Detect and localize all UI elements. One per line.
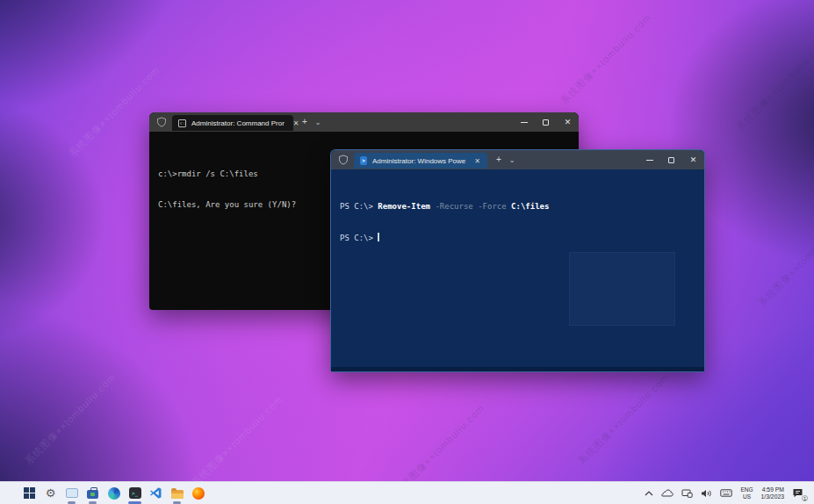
onedrive-button[interactable]: [661, 482, 674, 504]
powershell-tab[interactable]: > Administrator: Windows Powe ✕: [354, 153, 487, 169]
watermark: 系统图像××tombuliu.com: [558, 11, 654, 108]
watermark-artifact: [569, 252, 675, 326]
volume-button[interactable]: [701, 482, 712, 504]
settings-button[interactable]: ⚙: [44, 486, 57, 501]
param-text: -Recurse: [430, 202, 473, 211]
language-code: ENG: [740, 486, 753, 493]
cmd-app-icon: c:: [178, 119, 186, 127]
clock[interactable]: 4:59 PM 1/3/2023: [761, 486, 784, 500]
powershell-app-icon: >: [360, 156, 367, 165]
file-explorer-button[interactable]: [170, 486, 184, 501]
chevron-up-icon: [645, 491, 653, 496]
cast-display-button[interactable]: [681, 482, 693, 504]
cmd-titlebar[interactable]: c: Administrator: Command Pror ✕ + ⌄ ✕: [149, 112, 579, 132]
vscode-button[interactable]: [149, 486, 162, 501]
powershell-close-button[interactable]: ✕: [682, 150, 704, 169]
watermark: 系统图像××tombuliu.com: [189, 393, 285, 490]
watermark: 系统图像××tombuliu.com: [66, 64, 162, 161]
touch-keyboard-button[interactable]: [720, 482, 732, 504]
admin-shield-icon: [156, 117, 167, 127]
watermark: 系统图像××tombuliu.com: [733, 38, 814, 134]
start-button[interactable]: [23, 486, 36, 501]
powershell-tab-dropdown-icon[interactable]: ⌄: [509, 156, 515, 164]
watermark: 系统图像××tombuliu.com: [575, 371, 672, 468]
notification-center-button[interactable]: 1: [792, 486, 805, 500]
powershell-command-line: PS C:\> Remove-Item -Recurse -Force C:\f…: [340, 202, 704, 212]
cmd-new-tab-button[interactable]: +: [302, 118, 307, 126]
edge-button[interactable]: [107, 486, 120, 501]
powershell-terminal-window: > Administrator: Windows Powe ✕ + ⌄ ✕ PS…: [330, 149, 705, 372]
edge-browser-icon: [108, 487, 120, 500]
cloud-icon: [661, 489, 674, 497]
notification-badge: 1: [802, 495, 808, 501]
cmd-tab[interactable]: c: Administrator: Command Pror ✕: [172, 115, 293, 131]
briefcase-app-button[interactable]: [86, 486, 99, 501]
cmd-close-button[interactable]: ✕: [557, 112, 579, 132]
keyboard-icon: [720, 489, 732, 497]
powershell-prompt-line: PS C:\>: [340, 233, 704, 244]
cmd-tab-title: Administrator: Command Pror: [191, 119, 285, 127]
powershell-tab-close-icon[interactable]: ✕: [472, 157, 482, 165]
terminal-icon: >_: [129, 487, 141, 499]
open-app-indicator: [89, 501, 97, 504]
powershell-minimize-button[interactable]: [638, 150, 660, 169]
powershell-maximize-button[interactable]: [660, 150, 682, 169]
cmd-maximize-button[interactable]: [535, 112, 557, 132]
param-text: -Force: [473, 202, 511, 211]
display-app-button[interactable]: [65, 486, 78, 501]
briefcase-icon: [87, 490, 98, 499]
admin-shield-icon: [338, 155, 349, 165]
tray-time: 4:59 PM: [761, 486, 784, 493]
firefox-button[interactable]: [191, 486, 205, 501]
cmdlet-text: Remove-Item: [378, 202, 430, 211]
active-app-indicator: [128, 501, 141, 504]
display-cast-icon: [681, 489, 693, 498]
language-indicator[interactable]: ENG US: [740, 486, 753, 500]
language-region: US: [740, 493, 753, 500]
powershell-new-tab-button[interactable]: +: [496, 155, 501, 164]
window-bottom-edge: [331, 367, 704, 371]
watermark: 系统图像××tombuliu.com: [22, 371, 119, 468]
gear-icon: ⚙: [46, 487, 56, 499]
hidden-icons-button[interactable]: [645, 482, 653, 504]
system-tray: ENG US 4:59 PM 1/3/2023 1: [645, 482, 814, 504]
open-app-indicator: [68, 501, 76, 504]
speaker-icon: [701, 489, 712, 498]
taskbar: ⚙ >_: [0, 481, 814, 504]
powershell-titlebar[interactable]: > Administrator: Windows Powe ✕ + ⌄ ✕: [331, 150, 704, 169]
watermark: 系统图像××tombuliu.com: [755, 213, 814, 310]
tray-date: 1/3/2023: [761, 493, 784, 500]
cmd-minimize-button[interactable]: [513, 112, 535, 132]
taskbar-icons: ⚙ >_: [23, 486, 205, 501]
windows-logo-icon: [24, 487, 35, 499]
cmd-tab-dropdown-icon[interactable]: ⌄: [315, 119, 321, 126]
text-cursor: [378, 233, 379, 241]
display-app-icon: [66, 488, 78, 498]
folder-icon: [171, 490, 184, 499]
open-app-indicator: [173, 501, 181, 504]
vscode-icon: [149, 486, 162, 500]
argument-text: C:\files: [511, 202, 549, 211]
terminal-button[interactable]: >_: [128, 486, 141, 501]
cmd-tab-close-icon[interactable]: ✕: [292, 119, 301, 127]
firefox-icon: [192, 487, 205, 500]
powershell-console-output[interactable]: PS C:\> Remove-Item -Recurse -Force C:\f…: [331, 169, 704, 263]
powershell-tab-title: Administrator: Windows Powe: [372, 157, 465, 165]
